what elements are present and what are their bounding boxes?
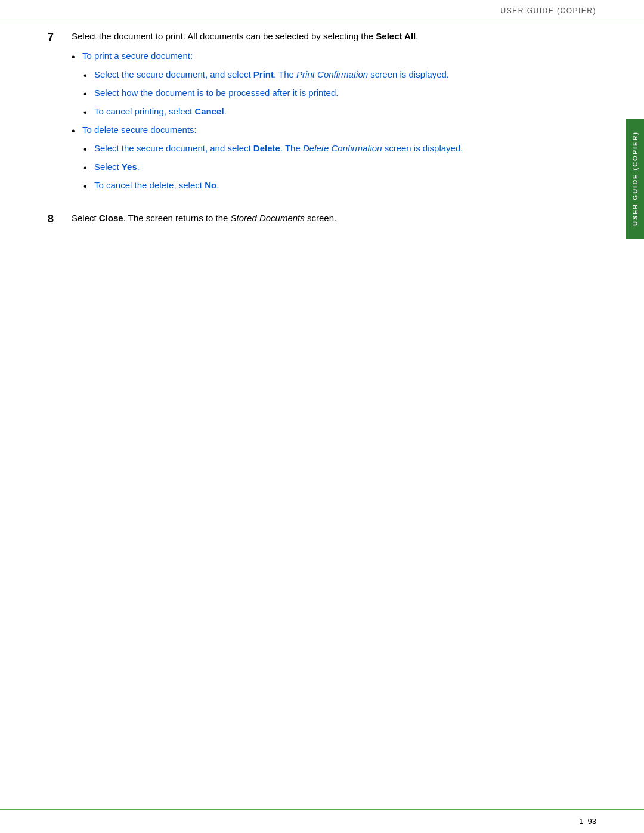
page-header: User Guide (Copier) xyxy=(0,0,644,21)
sub-bullet-dot-d3: • xyxy=(83,179,94,194)
sub-bullet-delete-2: • Select Yes. xyxy=(83,160,608,175)
bullet-dot-2: • xyxy=(72,124,82,138)
page-number: 1–93 xyxy=(579,817,596,826)
step-8-block: 8 Select Close. The screen returns to th… xyxy=(48,212,608,231)
step-7-bullets: • To print a secure document: • Select t… xyxy=(72,49,608,194)
step-7-intro: Select the document to print. All docume… xyxy=(72,30,608,44)
step-8-italic: Stored Documents xyxy=(231,213,305,223)
sub-bullet-dot-p2: • xyxy=(83,87,94,101)
sub-bullet-dot-d1: • xyxy=(83,143,94,157)
print-sub-bullets: • Select the secure document, and select… xyxy=(83,68,608,120)
sub-bullet-dot-p1: • xyxy=(83,69,94,83)
bullet-print-text: To print a secure document: xyxy=(82,49,193,63)
page-footer: 1–93 xyxy=(0,809,644,833)
header-title: User Guide (Copier) xyxy=(500,7,596,15)
bullet-delete: • To delete secure documents: xyxy=(72,123,608,138)
sub-bullet-delete-1-text: Select the secure document, and select D… xyxy=(94,142,463,156)
bullet-print: • To print a secure document: xyxy=(72,49,608,64)
main-content: 7 Select the document to print. All docu… xyxy=(48,30,608,803)
sub-bullet-print-2: • Select how the document is to be proce… xyxy=(83,86,608,101)
bullet-delete-text: To delete secure documents: xyxy=(82,123,197,137)
delete-sub-bullets: • Select the secure document, and select… xyxy=(83,142,608,194)
step-7-select-all: Select All xyxy=(376,31,416,41)
sub-bullet-dot-d2: • xyxy=(83,161,94,175)
sub-bullet-print-1-text: Select the secure document, and select P… xyxy=(94,68,449,82)
step-8-content: Select Close. The screen returns to the … xyxy=(72,212,608,231)
step-8-number: 8 xyxy=(48,213,72,231)
sub-bullet-print-3: • To cancel printing, select Cancel. xyxy=(83,105,608,120)
sub-bullet-print-3-text: To cancel printing, select Cancel. xyxy=(94,105,227,119)
sub-bullet-delete-3: • To cancel the delete, select No. xyxy=(83,179,608,194)
sub-bullet-print-1: • Select the secure document, and select… xyxy=(83,68,608,83)
step-8-intro: Select Close. The screen returns to the … xyxy=(72,212,608,225)
sub-bullet-delete-3-text: To cancel the delete, select No. xyxy=(94,179,219,193)
step-7-number: 7 xyxy=(48,31,72,197)
step-7-content: Select the document to print. All docume… xyxy=(72,30,608,197)
sub-bullet-delete-2-text: Select Yes. xyxy=(94,160,140,174)
side-tab-label: User Guide (Copier) xyxy=(631,131,639,226)
sub-bullet-dot-p3: • xyxy=(83,106,94,120)
side-tab: User Guide (Copier) xyxy=(626,119,644,239)
step-7-block: 7 Select the document to print. All docu… xyxy=(48,30,608,197)
sub-bullet-delete-1: • Select the secure document, and select… xyxy=(83,142,608,157)
bullet-dot-1: • xyxy=(72,50,82,64)
step-7-intro-text: Select the document to print. All docume… xyxy=(72,31,376,41)
step-8-close: Close xyxy=(99,213,123,223)
step-7-intro-period: . xyxy=(416,31,418,41)
sub-bullet-print-2-text: Select how the document is to be process… xyxy=(94,86,338,100)
